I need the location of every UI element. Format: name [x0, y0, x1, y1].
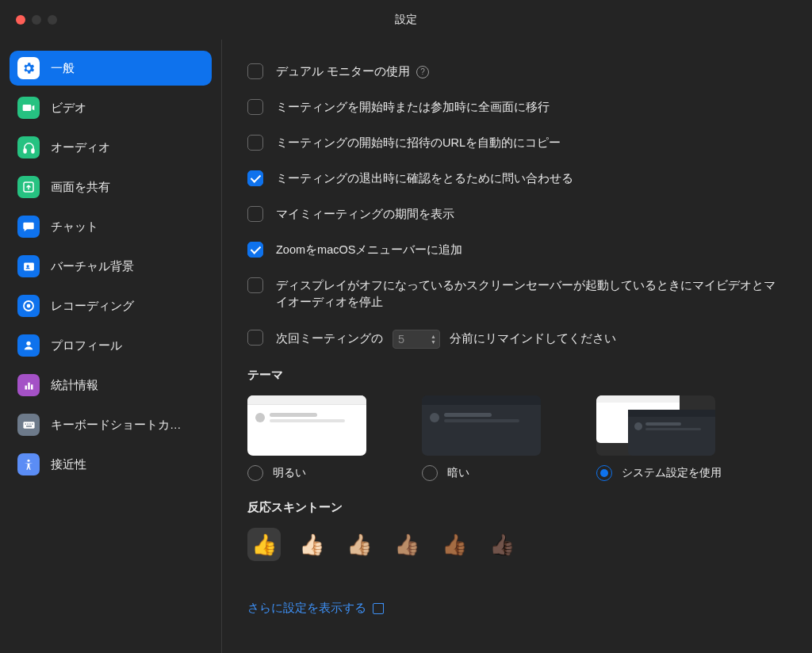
skin-tone-option[interactable]: 👍🏿	[485, 528, 519, 561]
skin-tone-option[interactable]: 👍	[247, 528, 281, 561]
skin-tone-option[interactable]: 👍🏻	[295, 528, 328, 561]
skin-tone-row: 👍👍🏻👍🏼👍🏽👍🏾👍🏿	[247, 528, 787, 561]
theme-option-system[interactable]: システム設定を使用	[596, 395, 731, 481]
option-label: ミーティングの開始時に招待のURLを自動的にコピー	[276, 135, 561, 151]
theme-thumb-system	[596, 395, 715, 456]
reminder-label: 次回ミーティングの 5 ▲▼ 分前にリマインドしてください	[276, 330, 616, 349]
window-minimize-button[interactable]	[32, 15, 41, 25]
option-checkbox[interactable]	[247, 63, 263, 79]
option-row: ZoomをmacOSメニューバーに追加	[247, 242, 787, 258]
reminder-checkbox[interactable]	[247, 330, 263, 346]
option-label-text: マイミィーティングの期間を表示	[276, 208, 454, 220]
svg-rect-12	[25, 423, 25, 424]
svg-rect-8	[25, 385, 27, 389]
svg-point-4	[26, 265, 29, 267]
sidebar-item-label: 接近性	[51, 457, 86, 472]
theme-radio-dark[interactable]	[422, 465, 438, 481]
window-close-button[interactable]	[16, 15, 25, 25]
theme-option-light[interactable]: 明るい	[247, 395, 382, 481]
window-title: 設定	[0, 13, 812, 27]
skin-tone-option[interactable]: 👍🏾	[438, 528, 471, 561]
window-zoom-button[interactable]	[48, 15, 57, 25]
option-label: ZoomをmacOSメニューバーに追加	[276, 242, 462, 258]
option-row: ディスプレイがオフになっているかスクリーンセーバーが起動しているときにマイビデオ…	[247, 277, 787, 311]
option-checkbox[interactable]	[247, 277, 263, 293]
sidebar-item-avatar[interactable]: プロフィール	[10, 328, 212, 363]
share-up-icon	[17, 176, 40, 198]
option-label-text: ミーティングを開始時または参加時に全画面に移行	[276, 101, 550, 113]
svg-point-6	[27, 304, 31, 308]
skin-tone-option[interactable]: 👍🏼	[343, 528, 376, 561]
sidebar-item-video[interactable]: ビデオ	[10, 90, 212, 125]
option-checkbox[interactable]	[247, 99, 263, 115]
sidebar-item-share-up[interactable]: 画面を共有	[10, 170, 212, 204]
theme-label-light: 明るい	[273, 466, 306, 480]
option-label-text: ZoomをmacOSメニューバーに追加	[276, 243, 462, 256]
theme-label-system: システム設定を使用	[622, 466, 722, 480]
option-checkbox[interactable]	[247, 206, 263, 222]
option-checkbox[interactable]	[247, 135, 263, 151]
avatar-icon	[17, 334, 40, 357]
reminder-minutes-value: 5	[398, 331, 404, 348]
sidebar-item-chat[interactable]: チャット	[10, 209, 212, 244]
theme-section-title: テーマ	[247, 368, 787, 383]
option-label: ミーティングを開始時または参加時に全画面に移行	[276, 99, 550, 116]
record-icon	[17, 295, 40, 317]
option-checkbox[interactable]	[247, 170, 263, 186]
skin-section-title: 反応スキントーン	[247, 500, 787, 515]
svg-rect-13	[27, 423, 28, 424]
sidebar-item-label: チャット	[51, 220, 98, 235]
svg-rect-0	[24, 148, 26, 152]
sidebar-item-label: キーボードショートカ…	[51, 418, 182, 433]
reminder-prefix: 次回ミーティングの	[276, 333, 383, 346]
option-label: ミーティングの退出時に確認をとるために問い合わせる	[276, 170, 573, 187]
sidebar-item-keyboard[interactable]: キーボードショートカ…	[10, 407, 212, 442]
option-reminder: 次回ミーティングの 5 ▲▼ 分前にリマインドしてください	[247, 330, 787, 349]
theme-radio-system[interactable]	[596, 465, 612, 481]
svg-point-7	[26, 342, 30, 346]
keyboard-icon	[17, 414, 40, 436]
sidebar-item-label: バーチャル背景	[51, 259, 134, 274]
headphones-icon	[17, 136, 40, 158]
sidebar-item-label: ビデオ	[51, 101, 86, 116]
sidebar-item-headphones[interactable]: オーディオ	[10, 130, 212, 165]
svg-point-17	[27, 460, 29, 462]
option-row: ミーティングを開始時または参加時に全画面に移行	[247, 99, 787, 116]
more-settings-label: さらに設定を表示する	[247, 601, 366, 616]
option-row: ミーティングの開始時に招待のURLを自動的にコピー	[247, 135, 787, 151]
chat-icon	[17, 216, 40, 238]
sidebar-item-gear[interactable]: 一般	[10, 51, 212, 86]
sidebar-item-accessibility[interactable]: 接近性	[10, 447, 212, 482]
sidebar-item-chart-bar[interactable]: 統計情報	[10, 368, 212, 403]
svg-rect-9	[28, 382, 30, 389]
sidebar-item-label: 画面を共有	[51, 180, 110, 195]
help-icon[interactable]: ?	[416, 66, 429, 78]
svg-rect-11	[23, 422, 34, 429]
option-row: デュアル モニターの使用?	[247, 63, 787, 80]
option-label: マイミィーティングの期間を表示	[276, 206, 454, 223]
theme-thumb-dark	[422, 395, 541, 456]
reminder-minutes-input[interactable]: 5 ▲▼	[393, 330, 440, 349]
sidebar-item-record[interactable]: レコーディング	[10, 288, 212, 323]
settings-content: デュアル モニターの使用?ミーティングを開始時または参加時に全画面に移行ミーティ…	[222, 40, 812, 653]
option-label: デュアル モニターの使用?	[276, 63, 429, 80]
gear-icon	[17, 57, 40, 79]
sidebar-item-person-card[interactable]: バーチャル背景	[10, 249, 212, 284]
theme-option-dark[interactable]: 暗い	[422, 395, 557, 481]
theme-radio-light[interactable]	[247, 465, 263, 481]
video-icon	[17, 97, 40, 119]
more-settings-link[interactable]: さらに設定を表示する	[247, 601, 384, 616]
svg-rect-15	[32, 423, 33, 424]
svg-rect-14	[29, 423, 30, 424]
titlebar: 設定	[0, 0, 812, 40]
sidebar-item-label: オーディオ	[51, 140, 110, 155]
person-card-icon	[17, 255, 40, 277]
theme-row: 明るい 暗い システム設定を使用	[247, 395, 787, 481]
option-checkbox[interactable]	[247, 242, 263, 258]
option-label-text: デュアル モニターの使用	[276, 65, 410, 78]
chart-bar-icon	[17, 374, 40, 396]
stepper-icon[interactable]: ▲▼	[431, 334, 436, 345]
option-label-text: ミーティングの退出時に確認をとるために問い合わせる	[276, 172, 573, 185]
skin-tone-option[interactable]: 👍🏽	[390, 528, 423, 561]
option-row: ミーティングの退出時に確認をとるために問い合わせる	[247, 170, 787, 187]
